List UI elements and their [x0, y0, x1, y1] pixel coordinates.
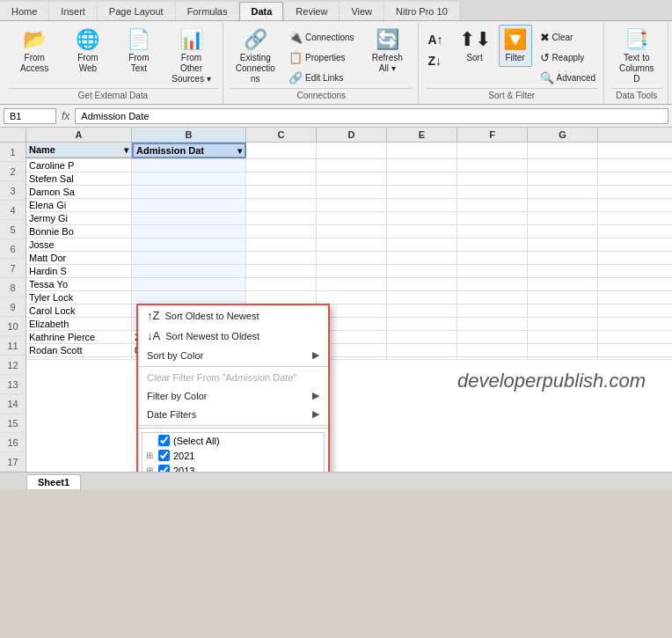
cell-A15[interactable]: Kathrine Pierce: [26, 331, 132, 343]
col-header-C[interactable]: C: [246, 128, 317, 142]
cell-A4[interactable]: Damon Sa: [26, 186, 132, 198]
filter-list[interactable]: (Select All) ⊞ 2021 ⊞ 2013 ⊞ 2012: [142, 432, 325, 472]
cell-G4[interactable]: [528, 186, 598, 198]
cell-A13[interactable]: Carol Lock: [26, 304, 132, 317]
cell-F2[interactable]: [457, 159, 528, 172]
tab-formulas[interactable]: Formulas: [176, 2, 239, 20]
cell-A11[interactable]: Tessa Yo: [26, 278, 132, 290]
cell-F3[interactable]: [457, 172, 528, 185]
cell-E10[interactable]: [387, 265, 457, 277]
cell-C7[interactable]: [246, 225, 317, 238]
filter-by-color-item[interactable]: Filter by Color ▶: [138, 386, 328, 405]
cell-D11[interactable]: [317, 278, 387, 290]
col-header-B[interactable]: B: [132, 128, 246, 142]
from-text-button[interactable]: 📄 From Text: [115, 25, 162, 77]
cell-G2[interactable]: [528, 159, 598, 172]
refresh-all-button[interactable]: 🔄 Refresh All ▾: [362, 25, 413, 77]
cell-reference[interactable]: B1: [4, 108, 56, 124]
sort-button[interactable]: ⬆⬇ Sort: [455, 25, 495, 67]
cell-D5[interactable]: [317, 199, 387, 211]
cell-D3[interactable]: [317, 172, 387, 185]
cell-G6[interactable]: [528, 212, 598, 224]
cell-A14[interactable]: Elizabeth: [26, 318, 132, 330]
clear-button[interactable]: ✖ Clear: [536, 28, 600, 47]
sort-by-color-item[interactable]: Sort by Color ▶: [138, 346, 328, 364]
cell-A10[interactable]: Hardin S: [26, 265, 132, 277]
cell-A12[interactable]: Tyler Lock: [26, 291, 132, 304]
cell-E5[interactable]: [387, 199, 457, 211]
tab-nitro[interactable]: Nitro Pro 10: [384, 2, 459, 20]
checkbox-2021[interactable]: [158, 450, 170, 461]
cell-E1[interactable]: [387, 143, 457, 158]
advanced-button[interactable]: 🔍 Advanced: [536, 69, 600, 87]
cell-D8[interactable]: [317, 238, 387, 251]
cell-E8[interactable]: [387, 238, 457, 251]
cell-G1[interactable]: [528, 143, 598, 158]
cell-G7[interactable]: [528, 225, 598, 238]
filter-item-2013[interactable]: ⊞ 2013: [142, 463, 324, 472]
cell-F11[interactable]: [457, 278, 528, 290]
sort-oldest-item[interactable]: ↑Z Sort Oldest to Newest: [138, 305, 328, 326]
cell-F10[interactable]: [457, 265, 528, 277]
cell-G10[interactable]: [528, 265, 598, 277]
cell-B6[interactable]: [132, 212, 246, 224]
cell-F15[interactable]: [457, 331, 528, 343]
cell-D9[interactable]: [317, 252, 387, 264]
cell-D6[interactable]: [317, 212, 387, 224]
cell-E17[interactable]: [387, 357, 457, 359]
cell-E16[interactable]: [387, 344, 457, 356]
from-access-button[interactable]: 📂 From Access: [9, 25, 60, 77]
cell-A3[interactable]: Stefen Sal: [26, 172, 132, 185]
from-other-button[interactable]: 📊 From Other Sources ▾: [165, 25, 216, 88]
filter-arrow-B1[interactable]: ▾: [237, 146, 242, 156]
formula-input[interactable]: Admission Date: [75, 108, 668, 124]
cell-B7[interactable]: [132, 225, 246, 238]
sort-az-button[interactable]: A↑: [423, 30, 447, 49]
cell-D10[interactable]: [317, 265, 387, 277]
tab-insert[interactable]: Insert: [49, 2, 97, 20]
cell-F14[interactable]: [457, 318, 528, 330]
sheet-tab-sheet1[interactable]: Sheet1: [26, 474, 81, 489]
cell-E4[interactable]: [387, 186, 457, 198]
cell-E7[interactable]: [387, 225, 457, 238]
cell-E13[interactable]: [387, 304, 457, 317]
col-header-A[interactable]: A: [26, 128, 132, 142]
cell-F4[interactable]: [457, 186, 528, 198]
cell-B2[interactable]: [132, 159, 246, 172]
cell-A8[interactable]: Josse: [26, 238, 132, 251]
cell-C6[interactable]: [246, 212, 317, 224]
cell-E12[interactable]: [387, 291, 457, 304]
cell-F6[interactable]: [457, 212, 528, 224]
filter-item-2021[interactable]: ⊞ 2021: [142, 448, 324, 463]
cell-D7[interactable]: [317, 225, 387, 238]
cell-A2[interactable]: Caroline P: [26, 159, 132, 172]
cell-D1[interactable]: [317, 143, 387, 158]
cell-C2[interactable]: [246, 159, 317, 172]
from-web-button[interactable]: 🌐 From Web: [63, 25, 112, 77]
filter-button[interactable]: 🔽 Filter: [499, 25, 532, 67]
cell-B3[interactable]: [132, 172, 246, 185]
filter-arrow-A1[interactable]: ▾: [124, 145, 128, 155]
edit-links-button[interactable]: 🔗 Edit Links: [284, 69, 359, 87]
cell-B10[interactable]: [132, 265, 246, 277]
cell-E9[interactable]: [387, 252, 457, 264]
tab-page-layout[interactable]: Page Layout: [98, 2, 175, 20]
tab-review[interactable]: Review: [284, 2, 339, 20]
cell-A6[interactable]: Jermy Gi: [26, 212, 132, 224]
properties-button[interactable]: 📋 Properties: [284, 48, 359, 67]
cell-A16[interactable]: Rodan Scott: [26, 344, 132, 356]
cell-G5[interactable]: [528, 199, 598, 211]
cell-D4[interactable]: [317, 186, 387, 198]
cell-C4[interactable]: [246, 186, 317, 198]
cell-A5[interactable]: Elena Gi: [26, 199, 132, 211]
cell-D12[interactable]: [317, 291, 387, 304]
cell-E14[interactable]: [387, 318, 457, 330]
cell-B1[interactable]: Admission Dat ▾: [132, 143, 246, 158]
cell-C12[interactable]: [246, 291, 317, 304]
cell-E11[interactable]: [387, 278, 457, 290]
cell-B5[interactable]: [132, 199, 246, 211]
cell-G16[interactable]: [528, 344, 598, 356]
sort-newest-item[interactable]: ↓A Sort Newest to Oldest: [138, 326, 328, 346]
cell-C9[interactable]: [246, 252, 317, 264]
existing-connections-button[interactable]: 🔗 Existing Connections: [230, 25, 281, 88]
